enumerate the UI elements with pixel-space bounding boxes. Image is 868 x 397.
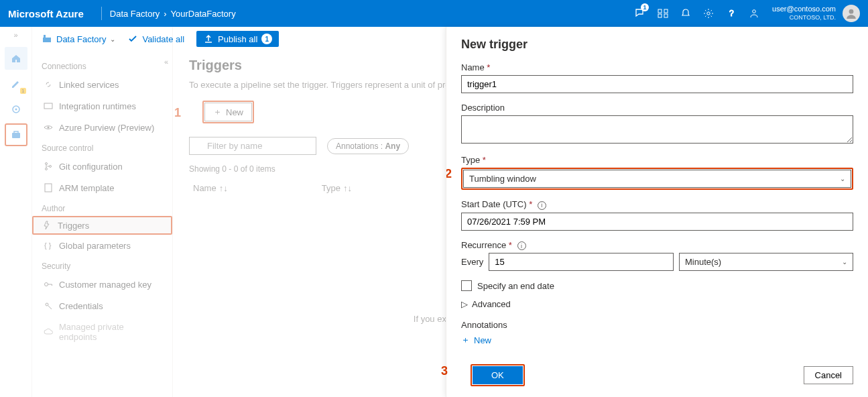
svg-point-16 [46, 168, 48, 170]
data-factory-selector[interactable]: Data Factory ⌄ [42, 34, 115, 44]
svg-rect-10 [12, 133, 20, 138]
user-org: CONTOSO, LTD. [790, 13, 836, 22]
command-bar: Data Factory ⌄ Validate all Publish all … [32, 27, 868, 51]
svg-rect-13 [44, 103, 52, 109]
sort-icon: ↑↓ [343, 183, 352, 193]
breadcrumb-current[interactable]: YourDataFactory [171, 9, 236, 19]
filter-by-name-input[interactable] [189, 137, 316, 155]
trigger-type-value: Tumbling window [469, 174, 536, 184]
step-marker-2: 2 [446, 167, 452, 181]
step-marker-1: 1 [174, 106, 181, 120]
trigger-icon [42, 220, 52, 231]
sidebar-item-credentials[interactable]: Credentials [32, 295, 172, 317]
info-icon[interactable]: i [538, 201, 546, 210]
rail-monitor-button[interactable] [5, 98, 27, 121]
sidebar-item-label: Customer managed key [59, 280, 151, 290]
info-icon[interactable]: i [517, 241, 526, 250]
add-annotation-label: New [474, 335, 491, 345]
svg-rect-0 [658, 9, 662, 13]
section-source-control: Source control [32, 138, 172, 156]
svg-rect-11 [43, 38, 51, 42]
cancel-button[interactable]: Cancel [804, 366, 853, 384]
sidebar-item-mpe[interactable]: Managed private endpoints [32, 317, 172, 347]
upload-icon [203, 34, 214, 44]
advanced-label: Advanced [472, 299, 511, 309]
top-bar: Microsoft Azure Data Factory › YourDataF… [0, 0, 868, 27]
rail-home-button[interactable] [5, 47, 27, 70]
recurrence-unit-select[interactable]: Minute(s) ⌄ [679, 253, 853, 271]
start-date-label: Start Date (UTC) * i [461, 199, 853, 210]
advanced-toggle[interactable]: ▷ Advanced [461, 299, 853, 309]
end-date-checkbox-row[interactable]: Specify an end date [461, 280, 853, 291]
user-block[interactable]: user@contoso.com CONTOSO, LTD. [772, 5, 836, 22]
svg-text:?: ? [729, 9, 734, 18]
chevron-down-icon: ⌄ [840, 175, 845, 182]
checkbox-icon[interactable] [461, 280, 472, 291]
sidebar-item-triggers[interactable]: Triggers [32, 216, 172, 235]
collapse-sidebar-icon[interactable]: « [164, 58, 168, 66]
publish-all-button[interactable]: Publish all 1 [196, 31, 279, 47]
data-factory-label: Data Factory [56, 34, 106, 44]
start-date-input[interactable] [461, 213, 853, 231]
expand-rail-icon[interactable]: » [13, 31, 17, 39]
sidebar-item-label: Azure Purview (Preview) [59, 123, 154, 133]
sidebar-item-integration-runtimes[interactable]: Integration runtimes [32, 95, 172, 117]
sidebar-item-label: Credentials [59, 301, 103, 311]
sidebar-item-linked-services[interactable]: Linked services [32, 74, 172, 95]
svg-point-17 [50, 166, 52, 168]
sidebar-item-azure-purview[interactable]: Azure Purview (Preview) [32, 117, 172, 138]
column-header-name[interactable]: Name ↑↓ [193, 183, 228, 193]
every-label: Every [461, 257, 483, 267]
sidebar-item-label: Git configuration [59, 162, 123, 172]
sidebar-item-git-config[interactable]: Git configuration [32, 156, 172, 177]
sidebar-item-cmk[interactable]: Customer managed key [32, 274, 172, 295]
svg-rect-1 [664, 9, 668, 13]
avatar[interactable] [843, 5, 860, 22]
description-label: Description [461, 103, 853, 113]
new-trigger-button[interactable]: ＋ New [204, 103, 252, 121]
annotations-heading: Annotations [461, 320, 853, 330]
validate-all-button[interactable]: Validate all [127, 34, 184, 44]
add-annotation-button[interactable]: ＋ New [461, 334, 853, 346]
svg-point-20 [45, 283, 48, 286]
git-icon [43, 161, 54, 172]
settings-icon[interactable] [697, 0, 720, 27]
recurrence-label: Recurrence * i [461, 240, 853, 251]
sidebar-item-label: Linked services [59, 80, 119, 90]
notification-badge: 1 [641, 3, 649, 11]
feedback-icon[interactable]: 1 [629, 0, 652, 27]
chevron-right-icon: ▷ [461, 299, 468, 309]
svg-rect-2 [658, 14, 662, 17]
sidebar-item-arm-template[interactable]: ARM template [32, 177, 172, 198]
sort-icon: ↑↓ [219, 183, 228, 193]
factory-icon [42, 34, 52, 44]
rail-manage-button[interactable] [5, 123, 27, 146]
sidebar-item-global-params[interactable]: { } Global parameters [32, 235, 172, 256]
left-rail: » 1 [0, 27, 32, 397]
trigger-description-input[interactable] [461, 115, 853, 144]
rail-author-button[interactable]: 1 [5, 72, 27, 95]
sidebar-item-label: Integration runtimes [59, 101, 136, 111]
trigger-name-input[interactable] [461, 75, 853, 93]
trigger-type-select[interactable]: Tumbling window ⌄ [463, 170, 851, 188]
new-button-label: New [226, 107, 243, 117]
params-icon: { } [43, 240, 54, 251]
breadcrumb-root[interactable]: Data Factory [110, 9, 160, 19]
name-label: Name * [461, 62, 853, 72]
column-header-type[interactable]: Type ↑↓ [322, 183, 352, 193]
directory-icon[interactable] [652, 0, 674, 27]
svg-text:{ }: { } [44, 241, 52, 249]
svg-rect-3 [664, 14, 668, 17]
notifications-icon[interactable] [674, 0, 697, 27]
recurrence-every-input[interactable] [489, 253, 674, 271]
ok-button[interactable]: OK [473, 366, 523, 384]
annotations-filter[interactable]: Annotations : Any [327, 138, 409, 154]
svg-point-15 [46, 163, 48, 165]
type-label: Type * [461, 155, 853, 165]
section-author: Author [32, 198, 172, 216]
plus-icon: ＋ [213, 106, 222, 118]
help-icon[interactable]: ? [720, 0, 743, 27]
feedback-person-icon[interactable] [743, 0, 765, 27]
section-connections: Connections [32, 56, 172, 74]
svg-point-7 [849, 9, 854, 14]
